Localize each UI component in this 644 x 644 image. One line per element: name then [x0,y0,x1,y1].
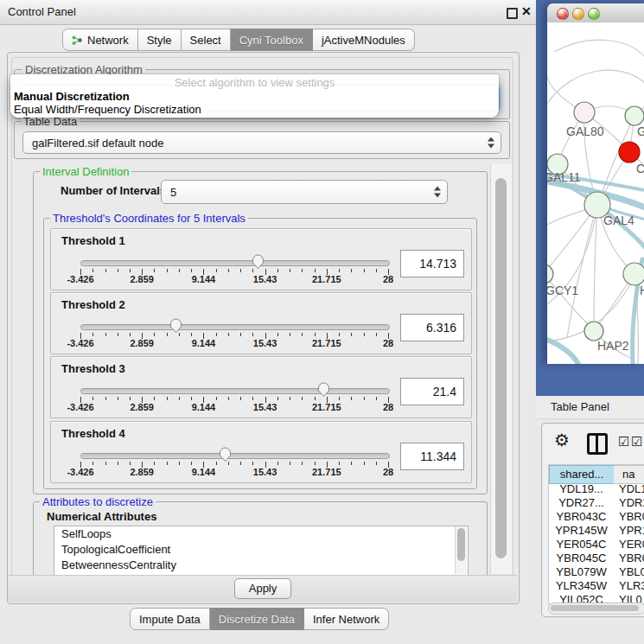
zoom-traffic-light[interactable] [588,8,600,20]
table-data-combobox[interactable]: galFiltered.sif default node [22,131,501,154]
table-row[interactable]: YBR045CYBR0 [549,552,644,565]
dropdown-option[interactable]: Equal Width/Frequency Discretization [10,103,499,116]
slider-tick [191,397,192,400]
network-node-green[interactable] [625,106,644,125]
slider-tick [216,269,217,272]
dropdown-prompt: Select algorithm to view settings [10,74,499,90]
slider-tick [240,462,241,465]
table-panel: ⚙ ☑ ☑ shared... na YDL19...YDL1YDR27...Y… [541,423,644,617]
slider-tick [351,462,352,465]
network-node-green[interactable] [623,263,644,285]
slider-track[interactable] [80,453,390,459]
slider-thumb[interactable] [252,253,265,273]
slider-tick-label: 15.43 [238,338,293,348]
attributes-list-scrollbar[interactable] [455,526,467,574]
tab-select[interactable]: Select [182,29,231,51]
tab-label: jActiveMNodules [322,34,405,47]
node-attribute-table[interactable]: shared... na YDL19...YDL1YDR27...YDR2YBR… [548,464,644,604]
network-icon-dot [78,38,82,42]
checkbox-checked-icon[interactable]: ☑ [631,434,642,450]
minimize-traffic-light[interactable] [572,8,584,20]
network-window: GAL80GACGAL11GAL4GCY1HHAP2 [546,3,644,364]
slider-track[interactable] [80,388,390,394]
threshold-value-field[interactable]: 11.344 [400,443,464,470]
table-row[interactable]: YDR27...YDR2 [549,496,644,510]
network-canvas[interactable]: GAL80GACGAL11GAL4GCY1HHAP2 [547,22,644,364]
float-panel-icon[interactable] [507,8,518,19]
slider-track[interactable] [80,260,390,266]
tab-network[interactable]: Network [62,29,138,51]
tab-discretize-data[interactable]: Discretize Data [210,608,304,630]
slider-tick [339,462,340,465]
slider-tick [277,269,278,272]
threshold-value-field[interactable]: 14.713 [400,250,464,277]
slider-thumb-shape [318,383,328,397]
attribute-list-item[interactable]: TopologicalCoefficient [54,542,468,558]
tab-label: Network [87,34,129,47]
network-node-red[interactable] [619,142,640,163]
table-row[interactable]: YBL079WYBL0 [549,565,644,579]
apply-button[interactable]: Apply [234,578,291,599]
slider-tick [130,462,131,465]
slider-thumb[interactable] [219,446,232,466]
settings-scrollbar[interactable] [490,164,512,574]
network-node-green[interactable] [547,265,553,284]
slider-tick-label: 9.144 [175,402,231,412]
table-row[interactable]: YBR043CYBR0 [549,510,644,524]
slider-tick [240,333,241,336]
cell-name: YBL0 [619,565,644,579]
slider-tick [315,333,316,336]
network-icon-dot [73,35,76,39]
slider-tick-label: 21.715 [299,467,354,477]
network-node-green[interactable] [584,322,603,341]
checkbox-checked-icon[interactable]: ☑ [618,434,629,450]
tab-infer-network[interactable]: Infer Network [304,608,389,630]
cell-shared-name: YDL19... [549,482,614,496]
spinner-arrows-icon [434,187,441,198]
table-row[interactable]: YDL19...YDL1 [549,482,644,496]
slider-tick [179,397,180,400]
attribute-list-item[interactable]: BetweennessCentrality [54,558,468,573]
column-header-name[interactable]: na [614,465,644,484]
tab-jactivemnodules[interactable]: jActiveMNodules [313,29,415,51]
slider-tick [252,397,253,400]
thresholds-group-label: Threshold's Coordinates for 5 Intervals [50,212,248,225]
slider-tick [339,397,340,400]
close-traffic-light[interactable] [557,8,569,20]
tab-style[interactable]: Style [138,29,182,51]
slider-tick-label: -3.426 [53,274,108,284]
dropdown-option[interactable]: Manual Discretization [10,90,499,103]
slider-tick-label: 9.144 [175,274,231,284]
slider-thumb[interactable] [317,381,330,401]
slider-thumb[interactable] [169,317,182,337]
gear-icon[interactable]: ⚙ [554,430,570,450]
network-node-label: C [636,162,644,175]
slider-tick [376,462,377,465]
table-row[interactable]: YPR145WYPR1 [549,524,644,538]
numerical-attributes-list[interactable]: SelfLoopsTopologicalCoefficientBetweenne… [54,526,469,577]
close-panel-icon[interactable]: ✕ [521,4,532,18]
tab-cyni-toolbox[interactable]: Cyni Toolbox [231,29,313,51]
attribute-list-item[interactable]: SelfLoops [54,526,468,542]
slider-tick [315,397,316,400]
cell-shared-name: YBR045C [549,552,614,565]
slider-tick-label: 21.715 [299,402,354,412]
network-node-pink[interactable] [574,102,595,123]
network-window-titlebar[interactable] [547,3,644,23]
threshold-value-field[interactable]: 6.316 [400,314,464,341]
slider-tick [240,269,241,272]
threshold-value-field[interactable]: 21.4 [400,378,464,405]
tab-label: Discretize Data [219,613,295,626]
slider-tick [302,397,303,400]
table-horizontal-scrollbar[interactable] [548,603,644,615]
number-of-intervals-combobox[interactable]: 5 [161,180,448,204]
table-row[interactable]: YER054CYER0 [549,538,644,552]
table-data-combobox-value: galFiltered.sif default node [32,137,163,150]
tab-label: Infer Network [313,613,379,626]
slider-tick [228,397,229,400]
slider-track[interactable] [80,324,390,330]
split-columns-icon[interactable] [587,433,608,455]
table-row[interactable]: YLR345WYLR3 [549,579,644,593]
tab-impute-data[interactable]: Impute Data [130,608,210,630]
column-header-shared-name[interactable]: shared... [549,465,615,484]
